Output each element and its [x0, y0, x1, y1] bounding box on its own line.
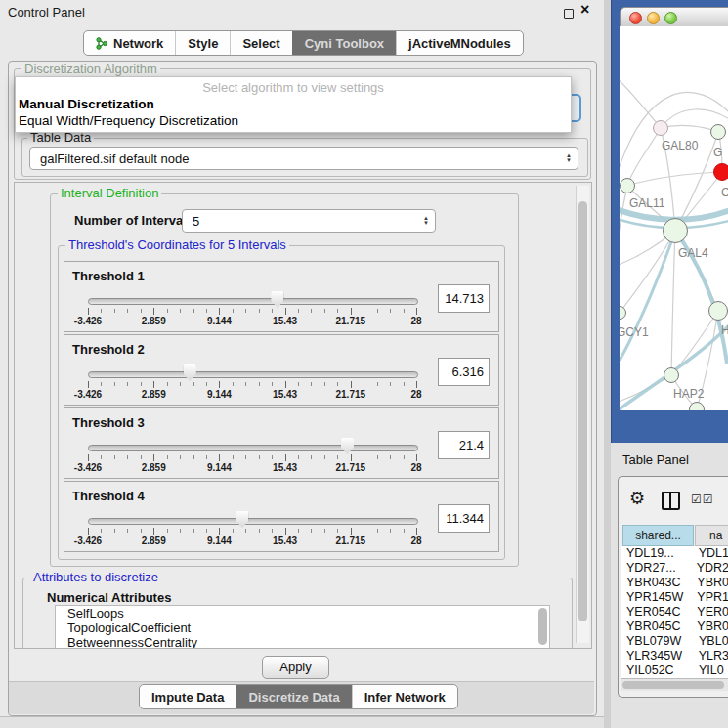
tick [377, 455, 378, 459]
list-item-selfloops[interactable]: SelfLoops [56, 606, 549, 621]
table-row[interactable]: YDL19...YDL1 [621, 546, 728, 561]
tick [337, 529, 338, 533]
cell-shared-name[interactable]: YIL052C [621, 664, 692, 678]
bottom-tab-infer-network-label: Infer Network [364, 690, 446, 705]
tab-cyni-toolbox[interactable]: Cyni Toolbox [292, 31, 396, 55]
table-row[interactable]: YIL052CYIL0 [621, 664, 728, 678]
network-node-label-gal4: GAL4 [678, 246, 708, 260]
list-scrollbar-thumb[interactable] [538, 608, 547, 645]
bottom-tab-discretize-data[interactable]: Discretize Data [236, 685, 351, 708]
threshold-4-slider-track[interactable] [88, 518, 418, 525]
threshold-4-slider-handle[interactable] [236, 511, 248, 528]
table-data-combobox-value: galFiltered.sif default node [40, 151, 189, 166]
network-node-hap2[interactable] [664, 367, 679, 383]
tick [337, 309, 338, 313]
threshold-1-slider-track[interactable] [88, 298, 418, 305]
settings-scrollbar-thumb[interactable] [578, 201, 587, 621]
table-row[interactable]: YBR045CYBR0 [621, 620, 728, 634]
cell-shared-name[interactable]: YDL19... [621, 546, 692, 561]
number-of-intervals-combobox[interactable]: 5 ▲ ▼ [182, 209, 436, 233]
threshold-3-panel: Threshold 3-3.4262.8599.14415.4321.71528… [64, 407, 499, 479]
threshold-3-value-field[interactable]: 21.4 [438, 431, 490, 459]
table-row[interactable]: YBL079WYBL0 [621, 634, 728, 649]
tick [416, 308, 417, 315]
table-row[interactable]: YBR043CYBR0 [621, 576, 728, 590]
zoom-traffic-light-icon[interactable] [664, 12, 677, 24]
threshold-2-slider-handle[interactable] [184, 364, 196, 381]
dropdown-option-equal-width-frequency[interactable]: Equal Width/Frequency Discretization [19, 113, 238, 128]
settings-scrollbar[interactable] [576, 186, 589, 643]
cell-shared-name[interactable]: YBL079W [621, 634, 692, 649]
column-header-shared[interactable]: shared... [622, 525, 694, 546]
table-row[interactable]: YPR145WYPR1 [621, 590, 728, 605]
threshold-3-slider-track[interactable] [88, 445, 418, 451]
close-icon[interactable]: × [580, 1, 589, 19]
threshold-1-value-field[interactable]: 14.713 [438, 284, 490, 313]
network-node-gal80[interactable] [653, 120, 668, 136]
tick [364, 382, 364, 386]
cell-name[interactable]: YLR3 [692, 649, 728, 664]
network-node-label-gal80: GAL80 [662, 139, 698, 152]
dropdown-option-manual-discretization[interactable]: Manual Discretization [19, 97, 154, 111]
threshold-3-slider-handle[interactable] [341, 438, 354, 454]
network-window-titlebar[interactable] [620, 7, 728, 28]
cell-shared-name[interactable]: YBR043C [621, 576, 690, 590]
table-panel-title: Table Panel [622, 452, 689, 467]
cell-name[interactable]: YPR1 [690, 590, 728, 605]
panel-divider[interactable] [604, 0, 611, 728]
cell-shared-name[interactable]: YLR345W [621, 649, 692, 664]
cell-name[interactable]: YIL0 [692, 664, 724, 678]
network-node-node-bottom[interactable] [689, 402, 705, 410]
table-horizontal-scrollbar-thumb[interactable] [622, 681, 724, 689]
checkbox-icons[interactable]: ☑☑ [691, 492, 714, 506]
cell-shared-name[interactable]: YBR045C [621, 620, 690, 634]
cell-name[interactable]: YDR2 [690, 561, 728, 576]
cell-shared-name[interactable]: YDR27... [621, 561, 690, 576]
cell-name[interactable]: YBR0 [690, 620, 728, 634]
settings-scrollpane: Interval Definition Number of Intervals … [14, 182, 592, 649]
network-node-c[interactable] [713, 163, 728, 181]
threshold-2-slider-track[interactable] [88, 371, 418, 378]
network-node-h[interactable] [708, 301, 728, 321]
table-row[interactable]: YER054CYER0 [621, 605, 728, 620]
cell-name[interactable]: YER0 [690, 605, 728, 620]
tab-style[interactable]: Style [175, 31, 230, 55]
cell-shared-name[interactable]: YER054C [621, 605, 690, 620]
threshold-2-value-field[interactable]: 6.316 [438, 358, 490, 386]
table-data-combobox[interactable]: galFiltered.sif default node ▲ ▼ [29, 147, 578, 170]
cell-name[interactable]: YBL0 [692, 634, 728, 649]
tick [219, 454, 220, 461]
tick-label: -3.426 [74, 316, 102, 326]
cell-name[interactable]: YBR0 [690, 576, 728, 590]
list-item-topologicalcoefficient[interactable]: TopologicalCoefficient [56, 621, 549, 635]
column-header-name[interactable]: na [695, 525, 728, 546]
table-row[interactable]: YDR27...YDR2 [621, 561, 728, 576]
network-node-g[interactable] [710, 124, 726, 140]
table-row[interactable]: YLR345WYLR3 [621, 649, 728, 664]
threshold-4-value-field[interactable]: 11.344 [438, 504, 490, 533]
columns-icon[interactable] [662, 492, 680, 510]
list-item-betweennesscentrality[interactable]: BetweennessCentrality [56, 635, 549, 649]
cell-name[interactable]: YDL1 [692, 546, 728, 561]
close-traffic-light-icon[interactable] [629, 12, 642, 24]
table-horizontal-scrollbar[interactable] [621, 678, 728, 691]
table-body: YDL19...YDL1YDR27...YDR2YBR043CYBR0YPR14… [621, 546, 728, 678]
network-canvas[interactable]: GAL80GCGAL11GAL4GCY1HHAP2 [620, 26, 728, 410]
tab-jactivemnodules[interactable]: jActiveMNodules [396, 31, 523, 55]
minimize-traffic-light-icon[interactable] [647, 12, 660, 24]
tick-label: 28 [410, 462, 421, 473]
tick [272, 455, 273, 459]
network-node-gal11[interactable] [620, 178, 635, 193]
cell-shared-name[interactable]: YPR145W [621, 590, 690, 605]
tick-marks [88, 528, 416, 535]
float-window-icon[interactable] [564, 9, 574, 19]
bottom-tab-impute-data[interactable]: Impute Data [140, 685, 236, 708]
tab-select[interactable]: Select [230, 31, 291, 55]
apply-button[interactable]: Apply [262, 656, 329, 679]
network-node-gal4[interactable] [663, 218, 688, 243]
gear-icon[interactable]: ⚙ [629, 488, 645, 509]
threshold-1-slider-handle[interactable] [271, 291, 283, 308]
tab-network[interactable]: Network [84, 31, 175, 55]
bottom-tab-infer-network[interactable]: Infer Network [352, 685, 457, 708]
tick [404, 529, 405, 533]
